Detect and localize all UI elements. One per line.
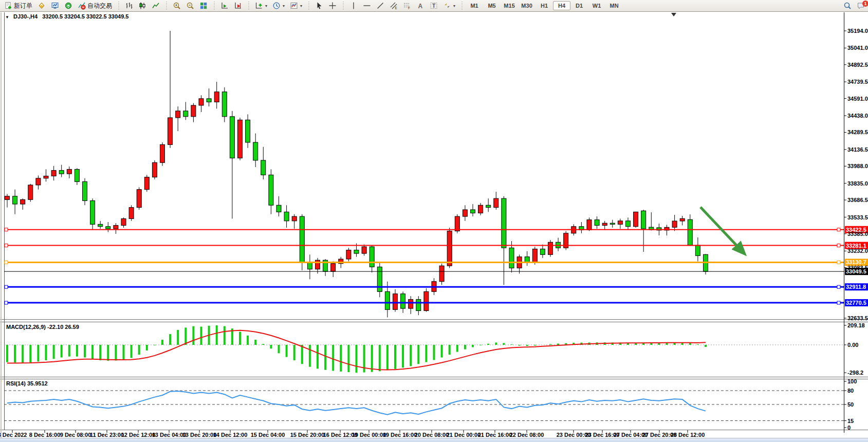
bear-candle (59, 171, 64, 174)
timeframe-h1[interactable]: H1 (535, 1, 553, 10)
bull-candle (602, 223, 607, 225)
price-hline[interactable]: 32770.5 (4, 299, 868, 306)
timeframe-m1[interactable]: M1 (466, 1, 483, 10)
new-order-button[interactable]: 新订单 (2, 1, 35, 11)
price-badge-label: 32770.5 (846, 300, 866, 306)
toolbar-separator (213, 2, 215, 10)
timeframe-w1[interactable]: W1 (588, 1, 605, 10)
bull-candle (424, 291, 429, 310)
timeframe-h4[interactable]: H4 (553, 1, 570, 10)
bull-candle (587, 220, 592, 230)
rsi-line (7, 391, 706, 415)
channel-button[interactable]: E (387, 1, 400, 11)
text-button[interactable]: A (414, 1, 427, 11)
time-axis[interactable]: 8 Dec 20228 Dec 16:009 Dec 08:0011 Dec 2… (0, 430, 705, 438)
bull-candle (144, 177, 149, 190)
arrows-button[interactable]: ▾ (440, 1, 458, 11)
line-handle[interactable] (837, 244, 840, 247)
line-handle[interactable] (5, 285, 8, 288)
chart-canvas[interactable]: 33422.533281.133130.733049.532911.832770… (0, 0, 868, 442)
candlestick-button[interactable] (136, 1, 149, 11)
bull-candle (152, 162, 157, 177)
bear-candle (377, 267, 382, 291)
timeframe-m15[interactable]: M15 (501, 1, 518, 10)
bear-candle (307, 263, 312, 269)
line-handle[interactable] (5, 228, 8, 231)
auto-scroll-icon (220, 2, 229, 10)
y-axis-label: 33686.5 (847, 197, 868, 203)
line-handle[interactable] (837, 261, 840, 264)
templates-button[interactable]: ▾ (287, 1, 305, 11)
horizontal-line-objects[interactable]: 33422.533281.133130.733049.532911.832770… (4, 226, 868, 306)
search-icon[interactable] (843, 2, 852, 10)
bear-candle (416, 300, 421, 311)
horizontal-line-button[interactable] (360, 1, 374, 11)
price-axis[interactable]: 35194.035041.034892.534739.534591.034438… (844, 28, 868, 321)
auto-scroll-button[interactable] (218, 1, 231, 11)
bear-candle (641, 211, 646, 229)
y-axis-label: 33835.0 (847, 180, 868, 187)
tile-windows-button[interactable] (197, 1, 210, 11)
bull-candle (362, 247, 366, 253)
vertical-line-button[interactable] (347, 1, 360, 11)
new-order-icon (4, 2, 12, 10)
timeframe-d1[interactable]: D1 (570, 1, 588, 10)
periods-button[interactable]: ▾ (270, 1, 287, 11)
indicators-icon (255, 2, 263, 10)
chart-shift-button[interactable] (231, 1, 245, 11)
zoom-in-button[interactable] (170, 1, 183, 11)
chevron-down-icon: ▾ (300, 4, 302, 8)
line-handle[interactable] (837, 228, 840, 231)
macd-axis-label: 0.00 (847, 342, 858, 348)
bear-candle (75, 169, 79, 181)
line-handle[interactable] (5, 301, 8, 304)
bear-candle (106, 227, 110, 229)
timeframe-m30[interactable]: M30 (518, 1, 535, 10)
rsi-axis-label: 0 (847, 425, 851, 431)
line-handle[interactable] (837, 285, 840, 288)
zoom-out-button[interactable] (183, 1, 197, 11)
line-handle[interactable] (5, 244, 8, 247)
bull-candle (439, 266, 444, 282)
line-chart-button[interactable] (149, 1, 162, 11)
crosshair-button[interactable] (326, 1, 339, 11)
text-label-button[interactable]: T (427, 1, 440, 11)
bear-candle (626, 221, 631, 227)
terminal-button[interactable] (48, 1, 62, 11)
y-axis-label: 34591.0 (847, 96, 868, 102)
timeframe-m5[interactable]: M5 (483, 1, 501, 10)
fibonacci-icon: F (403, 2, 411, 10)
bull-candle (28, 185, 33, 199)
line-chart-icon (152, 2, 160, 10)
fibonacci-button[interactable]: F (400, 1, 414, 11)
metaeditor-button[interactable] (35, 1, 48, 11)
chart-menu-icon[interactable]: ▼ (5, 15, 9, 20)
price-hline[interactable]: 33130.7 (4, 259, 868, 266)
timeframe-mn[interactable]: MN (605, 1, 623, 10)
notifications-button[interactable]: 1 (857, 2, 865, 10)
autotrading-button[interactable]: 自动交易 (75, 1, 115, 11)
cursor-button[interactable] (312, 1, 326, 11)
line-handle[interactable] (837, 301, 840, 304)
line-handle[interactable] (5, 261, 8, 264)
indicators-button[interactable]: ▾ (252, 1, 270, 11)
trendline-button[interactable] (374, 1, 387, 11)
bull-candle (463, 210, 467, 216)
x-axis-label: 13 Dec 20:00 (182, 432, 217, 438)
bear-candle (486, 205, 491, 207)
chart-frame (0, 12, 868, 438)
bull-candle (129, 208, 134, 219)
x-axis-label: 28 Dec 12:00 (671, 432, 705, 438)
bull-candle (114, 226, 118, 229)
templates-icon (290, 2, 298, 10)
chart-shift-marker[interactable] (671, 13, 676, 16)
toolbar-separator (342, 2, 344, 10)
price-hline[interactable]: 33422.5 (4, 226, 868, 233)
signals-button[interactable] (62, 1, 75, 11)
bull-candle (21, 199, 25, 204)
price-hline[interactable]: 33049.5 (4, 268, 868, 275)
bear-candle (695, 245, 700, 255)
y-axis-label: 34136.5 (847, 146, 868, 153)
bar-chart-button[interactable] (122, 1, 136, 11)
candles (5, 31, 708, 318)
